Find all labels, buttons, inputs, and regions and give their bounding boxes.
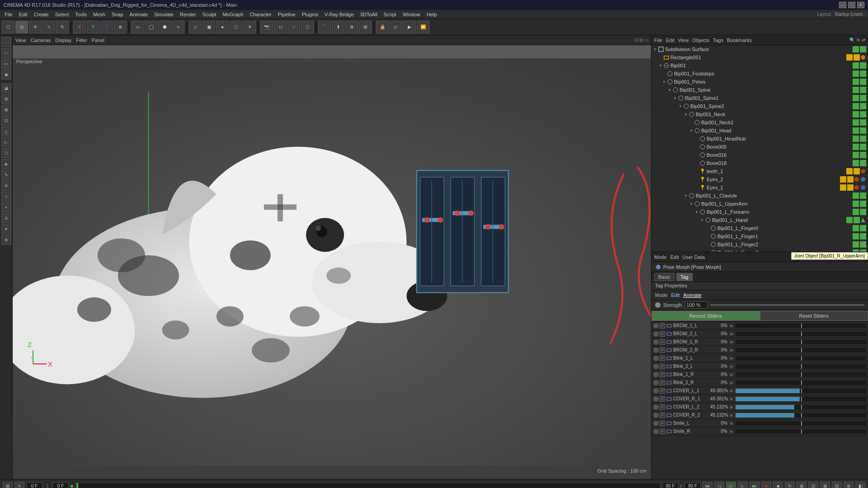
- slider-bar[interactable]: [736, 405, 866, 409]
- btn-t4[interactable]: ⊟: [832, 482, 842, 488]
- obj-row-spine[interactable]: ▼ Bip001_Spine: [651, 86, 868, 94]
- obj-render-dot[interactable]: [860, 249, 866, 252]
- obj-visibility-dot[interactable]: [853, 192, 859, 199]
- btn-play[interactable]: ▷: [726, 482, 736, 488]
- obj-render-dot[interactable]: [860, 70, 866, 77]
- obj-row-head[interactable]: ▼ Bip001_Head: [651, 127, 868, 135]
- tool-boole[interactable]: ⊕: [345, 21, 358, 33]
- obj-render-dot[interactable]: [860, 127, 866, 134]
- obj-render-dot[interactable]: [860, 233, 866, 239]
- obj-row-bone016[interactable]: Bone016: [651, 151, 868, 159]
- obj-visibility-dot[interactable]: [853, 233, 859, 239]
- strength-slider[interactable]: [710, 304, 864, 306]
- obj-row-eyes1[interactable]: Eyes_1: [651, 183, 868, 192]
- btn-go-start[interactable]: ⏮: [703, 482, 712, 488]
- slider-adjust[interactable]: ⊕: [728, 404, 735, 410]
- tool-y-axis[interactable]: Y: [87, 21, 99, 33]
- obj-row-neck1[interactable]: Bip001_Neck1: [651, 118, 868, 127]
- strength-input[interactable]: [685, 301, 708, 309]
- tool-render[interactable]: ▶: [403, 21, 416, 33]
- obj-row-rectangle051[interactable]: Rectangle051: [651, 53, 868, 61]
- slider-eye[interactable]: [653, 380, 659, 385]
- obj-render-dot[interactable]: [860, 119, 866, 126]
- obj-row-bone018[interactable]: Bone018: [651, 159, 868, 167]
- obj-render-dot[interactable]: [860, 136, 866, 142]
- menu-mesh[interactable]: Mesh: [90, 11, 108, 18]
- slider-adjust[interactable]: ⊕: [728, 355, 735, 361]
- obj-render-dot[interactable]: [860, 209, 866, 215]
- menu-edit[interactable]: Edit: [16, 11, 30, 18]
- menu-help[interactable]: Help: [424, 11, 440, 18]
- slider-bar[interactable]: [736, 332, 866, 336]
- obj-menu-edit[interactable]: Edit: [666, 38, 675, 43]
- vp-menu-cameras[interactable]: Cameras: [31, 38, 51, 43]
- slider-adjust[interactable]: ⊕: [728, 428, 735, 435]
- obj-row-lfinger2[interactable]: Bip001_L_Finger2: [651, 240, 868, 249]
- slider-bar[interactable]: [736, 348, 866, 352]
- obj-render-dot[interactable]: [860, 225, 866, 231]
- obj-visibility-dot[interactable]: [853, 79, 859, 85]
- btn-fps[interactable]: ⊗: [844, 482, 854, 488]
- obj-visibility-dot[interactable]: [853, 144, 859, 150]
- menu-mograph[interactable]: MoGraph: [220, 11, 246, 18]
- ltool-3[interactable]: ⊠: [1, 105, 11, 115]
- ltool-point-mode[interactable]: ·: [1, 37, 11, 47]
- slider-bar[interactable]: [736, 421, 866, 426]
- obj-visibility-dot[interactable]: [853, 136, 859, 142]
- obj-menu-file[interactable]: File: [654, 38, 662, 43]
- vp-menu-view[interactable]: View: [15, 38, 26, 43]
- obj-row-spine2[interactable]: ▼ Bip001_Spine2: [651, 102, 868, 110]
- slider-eye[interactable]: [653, 372, 659, 377]
- obj-render-dot[interactable]: [860, 152, 866, 158]
- slider-bar[interactable]: [736, 364, 866, 369]
- obj-menu-view[interactable]: View: [678, 38, 689, 43]
- slider-check-brow1l[interactable]: ✓: [660, 323, 665, 328]
- btn-next-frame[interactable]: ▷: [738, 482, 748, 488]
- btn-t2[interactable]: ⊡: [808, 482, 818, 488]
- ltool-1[interactable]: ◪: [1, 83, 11, 93]
- obj-render-dot[interactable]: [854, 54, 860, 61]
- obj-visibility-dot[interactable]: [846, 54, 853, 61]
- slider-adjust[interactable]: ⊕: [728, 339, 735, 345]
- slider-check[interactable]: ✓: [660, 413, 665, 418]
- obj-visibility-dot[interactable]: [853, 127, 859, 134]
- tool-rotate[interactable]: ↻: [56, 21, 69, 33]
- menu-3dtoall[interactable]: 3DToAll: [358, 11, 380, 18]
- tool-cube[interactable]: ▣: [203, 21, 215, 33]
- slider-check[interactable]: ✓: [660, 396, 665, 402]
- frame-end-input[interactable]: [662, 482, 679, 488]
- slider-adjust[interactable]: ⊕: [728, 363, 735, 370]
- menu-plugins[interactable]: Plugins: [299, 11, 321, 18]
- obj-visibility-dot[interactable]: [840, 184, 846, 191]
- obj-row-lforearm[interactable]: ▼ Bip001_L_Forearm: [651, 208, 868, 216]
- ltool-5[interactable]: △: [1, 127, 11, 136]
- slider-eye[interactable]: [653, 356, 659, 361]
- btn-prev-frame[interactable]: ◁: [714, 482, 724, 488]
- viewport[interactable]: View Cameras Display Filter Panel ⊡ ⊞ ▭ …: [13, 35, 651, 479]
- btn-stop[interactable]: ■: [773, 482, 783, 488]
- obj-render-dot[interactable]: [860, 111, 866, 117]
- btn-t3[interactable]: ⊠: [820, 482, 830, 488]
- ltool-obj-mode[interactable]: ◉: [1, 70, 11, 80]
- slider-check[interactable]: ✓: [660, 372, 665, 377]
- record-sliders-button[interactable]: Record Sliders: [651, 311, 760, 321]
- obj-row-lclavicle[interactable]: ▼ Bip001_L_Clavicle: [651, 192, 868, 200]
- tool-bp[interactable]: 🔒: [376, 21, 389, 33]
- vp-menu-display[interactable]: Display: [55, 38, 71, 43]
- tool-z-axis[interactable]: Z: [100, 21, 113, 33]
- slider-eye[interactable]: [653, 339, 659, 345]
- menu-render[interactable]: Render: [177, 11, 199, 18]
- ltool-poly-mode[interactable]: ▭: [1, 59, 11, 69]
- slider-check[interactable]: ✓: [660, 347, 665, 353]
- obj-row-bone005[interactable]: Bone005: [651, 143, 868, 151]
- tool-null[interactable]: ◇: [189, 21, 202, 33]
- btn-record[interactable]: ●: [761, 482, 771, 488]
- obj-row-lfinger3[interactable]: Bip001_L_Finger3: [651, 249, 868, 252]
- obj-visibility-dot[interactable]: [846, 217, 853, 223]
- frame-start-input[interactable]: [26, 482, 42, 488]
- menu-snap[interactable]: Snap: [109, 11, 126, 18]
- btn-loop[interactable]: ↻: [785, 482, 795, 488]
- slider-bar[interactable]: [736, 397, 866, 401]
- obj-render-dot[interactable]: [860, 144, 866, 150]
- tool-free-select[interactable]: ∿: [172, 21, 184, 33]
